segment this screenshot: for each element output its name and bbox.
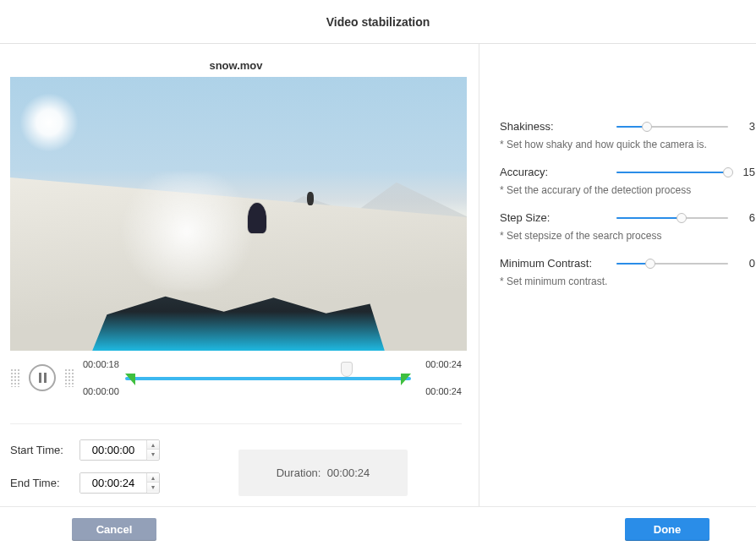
drag-handle-left[interactable] [10,368,20,387]
end-time-input[interactable] [80,473,146,493]
playhead-start-time: 00:00:18 [83,359,119,369]
accuracy-label: Accuracy: [500,166,608,178]
drag-handle-right[interactable] [64,368,74,387]
start-time-up[interactable]: ▴ [147,440,159,450]
playhead-end-time: 00:00:24 [425,359,462,369]
start-time-stepper[interactable]: ▴ ▾ [79,439,160,461]
duration-value: 00:00:24 [327,466,370,479]
pause-icon [39,373,41,383]
stepsize-hint: * Set stepsize of the search process [500,230,756,242]
stepsize-value: 6.00 [737,211,756,224]
shakiness-value: 3.30 [737,120,756,133]
mincontrast-label: Minimum Contrast: [500,257,608,270]
start-time-input[interactable] [80,440,146,460]
cancel-button[interactable]: Cancel [72,518,156,541]
playhead-thumb[interactable] [341,362,353,377]
video-preview [10,77,467,351]
range-start-time: 00:00:00 [83,386,119,396]
shakiness-slider[interactable] [616,121,728,133]
range-end-time: 00:00:24 [425,386,462,396]
mincontrast-slider[interactable] [616,258,728,270]
end-time-stepper[interactable]: ▴ ▾ [79,472,160,494]
stepsize-label: Step Size: [500,211,608,224]
start-time-label: Start Time: [10,444,79,456]
range-slider[interactable]: 00:00:18 00:00:24 00:00:00 00:00:24 [83,359,462,396]
shakiness-hint: * Set how shaky and how quick the camera… [500,139,756,150]
done-button[interactable]: Done [625,518,709,541]
shakiness-label: Shakiness: [500,120,608,133]
end-time-up[interactable]: ▴ [147,473,159,483]
accuracy-slider[interactable] [616,166,728,178]
video-filename: snow.mov [10,59,462,72]
accuracy-hint: * Set the accurary of the detection proc… [500,184,756,196]
pause-button[interactable] [29,364,56,391]
stepsize-slider[interactable] [616,212,728,224]
end-time-down[interactable]: ▾ [147,483,159,492]
start-time-down[interactable]: ▾ [147,450,159,459]
mincontrast-hint: * Set minimum contrast. [500,276,756,287]
dialog-title: Video stabilization [0,0,756,44]
accuracy-value: 15.00 [737,166,756,178]
end-time-label: End Time: [10,477,79,489]
mincontrast-value: 0.30 [737,257,756,270]
duration-display: Duration: 00:00:24 [238,450,408,496]
duration-label: Duration: [277,466,321,479]
